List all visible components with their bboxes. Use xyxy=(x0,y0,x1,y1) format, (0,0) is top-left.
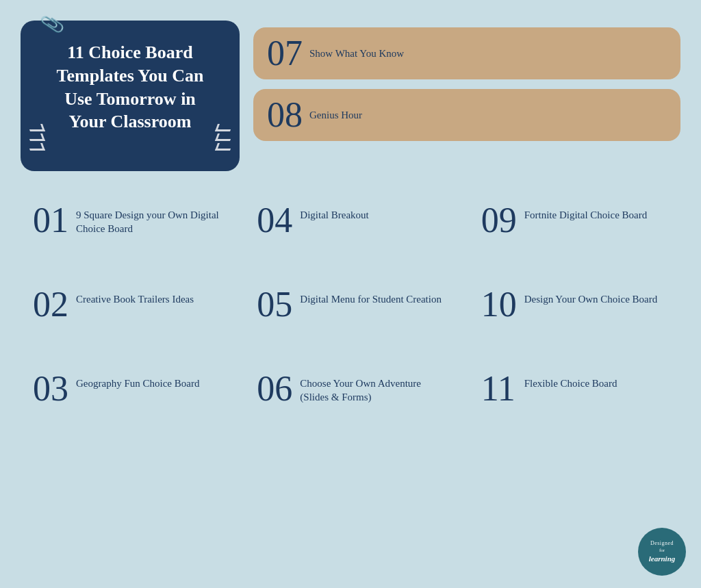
hero-title: 11 Choice Board Templates You Can Use To… xyxy=(44,41,216,133)
grid-number-04: 04 xyxy=(257,203,294,238)
arrow-left-decoration xyxy=(29,124,44,151)
grid-number-03: 03 xyxy=(33,371,71,407)
grid-number-10: 10 xyxy=(481,287,519,322)
logo-for-text: for xyxy=(659,548,665,554)
grid-item-02[interactable]: 02Creative Book Trailers Ideas xyxy=(21,276,232,348)
grid-item-03[interactable]: 03Geography Fun Choice Board xyxy=(21,360,232,432)
grid-item-11[interactable]: 11Flexible Choice Board xyxy=(469,360,680,432)
main-grid: 019 Square Design your Own Digital Choic… xyxy=(21,192,680,432)
item-number-07: 07 xyxy=(267,36,303,71)
grid-text-03: Geography Fun Choice Board xyxy=(76,371,199,390)
grid-item-05[interactable]: 05Digital Menu for Student Creation xyxy=(244,276,456,348)
item-text-07: Show What You Know xyxy=(309,47,404,60)
top-right-cards: 07 Show What You Know 08 Genius Hour xyxy=(253,21,680,141)
grid-item-10[interactable]: 10Design Your Own Choice Board xyxy=(469,276,680,348)
grid-number-01: 01 xyxy=(33,203,71,238)
grid-item-04[interactable]: 04Digital Breakout xyxy=(244,192,456,264)
grid-number-06: 06 xyxy=(257,371,294,407)
grid-text-02: Creative Book Trailers Ideas xyxy=(76,287,194,306)
grid-text-10: Design Your Own Choice Board xyxy=(524,287,658,306)
top-section: 📎 11 Choice Board Templates You Can Use … xyxy=(21,21,680,171)
grid-item-06[interactable]: 06Choose Your Own Adventure (Slides & Fo… xyxy=(244,360,456,432)
grid-text-09: Fortnite Digital Choice Board xyxy=(524,203,648,222)
item-card-07[interactable]: 07 Show What You Know xyxy=(253,27,680,79)
grid-number-11: 11 xyxy=(481,371,519,407)
grid-text-11: Flexible Choice Board xyxy=(524,371,617,390)
logo-learning-text: learning xyxy=(649,554,676,563)
hero-card: 📎 11 Choice Board Templates You Can Use … xyxy=(21,21,240,171)
logo-circle: Designed for learning xyxy=(638,528,686,576)
grid-text-06: Choose Your Own Adventure (Slides & Form… xyxy=(300,371,444,405)
grid-number-02: 02 xyxy=(33,287,71,322)
grid-text-05: Digital Menu for Student Creation xyxy=(300,287,442,306)
item-text-08: Genius Hour xyxy=(309,108,362,122)
arrow-right-decoration xyxy=(216,124,231,151)
grid-text-04: Digital Breakout xyxy=(300,203,368,222)
grid-number-09: 09 xyxy=(481,203,519,238)
grid-item-01[interactable]: 019 Square Design your Own Digital Choic… xyxy=(21,192,232,264)
page-wrapper: 📎 11 Choice Board Templates You Can Use … xyxy=(0,0,701,588)
logo-designed-text: Designed xyxy=(650,540,674,547)
item-number-08: 08 xyxy=(267,97,303,133)
grid-text-01: 9 Square Design your Own Digital Choice … xyxy=(76,203,220,236)
grid-number-05: 05 xyxy=(257,287,294,322)
grid-item-09[interactable]: 09Fortnite Digital Choice Board xyxy=(469,192,680,264)
paperclip-icon: 📎 xyxy=(39,11,66,37)
item-card-08[interactable]: 08 Genius Hour xyxy=(253,89,680,141)
